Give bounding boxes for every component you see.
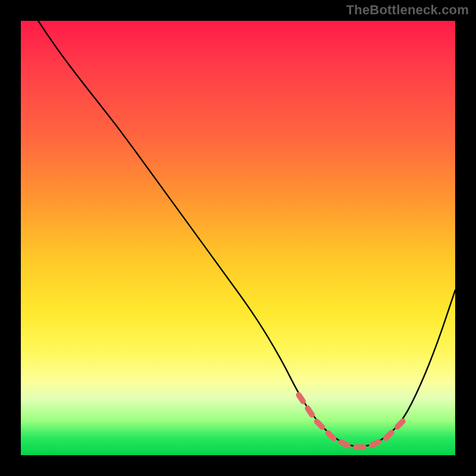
chart-stage: TheBottleneck.com <box>0 0 476 476</box>
plot-area <box>21 21 455 455</box>
curve-svg <box>21 21 455 455</box>
watermark-text: TheBottleneck.com <box>346 2 469 18</box>
optimal-band <box>299 395 403 447</box>
bottleneck-curve <box>38 21 455 446</box>
